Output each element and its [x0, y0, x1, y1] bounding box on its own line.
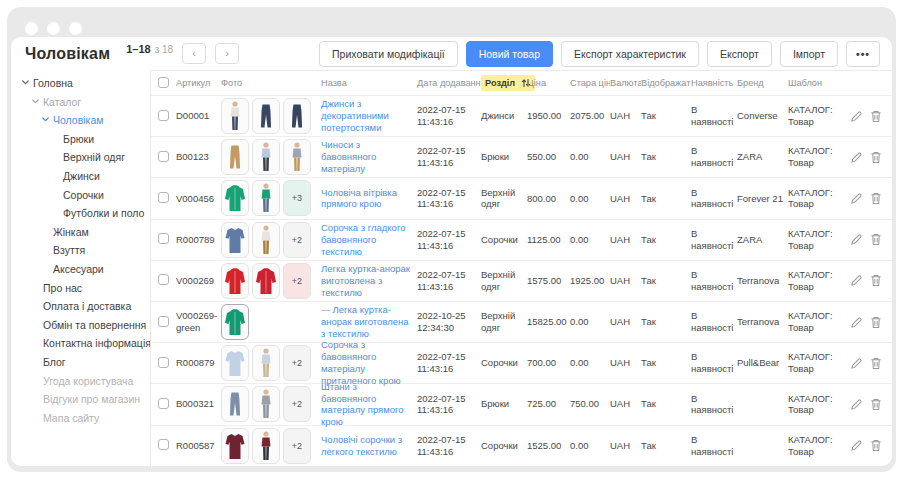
- product-photo[interactable]: [252, 98, 280, 134]
- row-checkbox[interactable]: [158, 398, 169, 409]
- delete-icon[interactable]: [870, 398, 882, 411]
- export-button[interactable]: Експорт: [707, 41, 772, 67]
- import-button[interactable]: Імпорт: [780, 41, 838, 67]
- product-photo[interactable]: [252, 222, 280, 258]
- column-header[interactable]: Фото: [221, 78, 321, 88]
- sidebar-item[interactable]: Оплата і доставка: [11, 297, 150, 316]
- row-checkbox[interactable]: [158, 233, 169, 244]
- more-photos-badge[interactable]: +2: [283, 263, 311, 299]
- column-header[interactable]: Відображати: [641, 78, 691, 88]
- edit-icon[interactable]: [850, 398, 863, 411]
- sidebar-item[interactable]: Про нас: [11, 279, 150, 298]
- delete-icon[interactable]: [870, 439, 882, 452]
- delete-icon[interactable]: [870, 357, 882, 370]
- sidebar-item[interactable]: Мапа сайту: [11, 409, 150, 428]
- product-photo[interactable]: [283, 139, 311, 175]
- edit-icon[interactable]: [850, 192, 863, 205]
- sidebar-item[interactable]: Обмін та повернення: [11, 316, 150, 335]
- product-name-link[interactable]: Сорочка з бавовняного матеріалу притален…: [321, 339, 401, 386]
- product-photo[interactable]: [221, 98, 249, 134]
- product-photo[interactable]: [252, 180, 280, 216]
- product-photo[interactable]: [252, 263, 280, 299]
- product-name-link[interactable]: Джинси з декоративними потертостями: [321, 98, 389, 133]
- edit-icon[interactable]: [850, 357, 863, 370]
- sidebar-item[interactable]: Сорочки: [11, 186, 150, 205]
- sidebar-item[interactable]: Футболки и поло: [11, 204, 150, 223]
- more-actions-button[interactable]: •••: [846, 41, 880, 67]
- sidebar-item[interactable]: Верхній одяг: [11, 148, 150, 167]
- sidebar-item[interactable]: Брюки: [11, 130, 150, 149]
- delete-icon[interactable]: [870, 274, 882, 287]
- more-photos-badge[interactable]: +2: [283, 428, 311, 464]
- product-name-link[interactable]: Чиноси з бавовняного матеріалу: [321, 139, 376, 174]
- new-product-button[interactable]: Новий товар: [466, 41, 553, 67]
- window-control-dot[interactable]: [25, 22, 38, 35]
- product-photo[interactable]: [221, 345, 249, 381]
- sidebar-item[interactable]: Жінкам: [11, 223, 150, 242]
- delete-icon[interactable]: [870, 316, 882, 329]
- edit-icon[interactable]: [850, 151, 863, 164]
- sidebar-item[interactable]: Контактна інформація: [11, 334, 150, 353]
- column-header[interactable]: Артикул: [176, 78, 221, 88]
- edit-icon[interactable]: [850, 110, 863, 123]
- row-checkbox[interactable]: [158, 192, 169, 203]
- product-photo[interactable]: [221, 428, 249, 464]
- product-name-link[interactable]: Чоловічі сорочки з легкого текстилю: [321, 434, 402, 457]
- column-header[interactable]: Дата додавання: [417, 78, 481, 88]
- product-photo[interactable]: [221, 139, 249, 175]
- product-photo[interactable]: [221, 222, 249, 258]
- product-photo[interactable]: [252, 139, 280, 175]
- product-photo[interactable]: [252, 428, 280, 464]
- sidebar-item[interactable]: Взуття: [11, 241, 150, 260]
- product-photo[interactable]: [252, 345, 280, 381]
- edit-icon[interactable]: [850, 316, 863, 329]
- product-photo[interactable]: [221, 180, 249, 216]
- sidebar-item[interactable]: Чоловікам: [11, 111, 150, 130]
- product-photo[interactable]: [221, 263, 249, 299]
- sidebar-item[interactable]: Каталог: [11, 93, 150, 112]
- delete-icon[interactable]: [870, 151, 882, 164]
- more-photos-badge[interactable]: +2: [283, 222, 311, 258]
- select-all-checkbox[interactable]: [158, 77, 169, 88]
- row-checkbox[interactable]: [158, 316, 169, 327]
- edit-icon[interactable]: [850, 439, 863, 452]
- column-header[interactable]: Шаблон: [788, 78, 846, 88]
- export-characteristics-button[interactable]: Експорт характеристик: [561, 41, 699, 67]
- sidebar-item[interactable]: Блог: [11, 353, 150, 372]
- product-photo[interactable]: [283, 98, 311, 134]
- product-name-link[interactable]: Штани з бавовняного матеріалу прямого кр…: [321, 381, 404, 428]
- column-header[interactable]: Бренд: [737, 78, 788, 88]
- product-name-link[interactable]: Легка куртка-анорак виготовлена з тексти…: [321, 263, 410, 298]
- product-photo[interactable]: [221, 304, 249, 340]
- sidebar-item[interactable]: Відгуки про магазин: [11, 390, 150, 409]
- next-page-button[interactable]: ›: [215, 43, 239, 64]
- delete-icon[interactable]: [870, 233, 882, 246]
- product-photo[interactable]: [252, 386, 280, 422]
- column-header[interactable]: Наявність: [691, 78, 737, 88]
- row-checkbox[interactable]: [158, 439, 169, 450]
- more-photos-badge[interactable]: +2: [283, 386, 311, 422]
- column-header[interactable]: Назва: [321, 78, 417, 88]
- product-photo[interactable]: [221, 386, 249, 422]
- edit-icon[interactable]: [850, 274, 863, 287]
- sidebar-item[interactable]: Головна: [11, 74, 150, 93]
- row-checkbox[interactable]: [158, 357, 169, 368]
- more-photos-badge[interactable]: +2: [283, 345, 311, 381]
- more-photos-badge[interactable]: +3: [283, 180, 311, 216]
- edit-icon[interactable]: [850, 233, 863, 246]
- column-header[interactable]: Валюта: [610, 78, 641, 88]
- hide-modifications-button[interactable]: Приховати модифікації: [319, 41, 458, 67]
- column-header[interactable]: Ціна: [527, 78, 570, 88]
- sidebar-item[interactable]: Аксесуари: [11, 260, 150, 279]
- delete-icon[interactable]: [870, 192, 882, 205]
- product-name-link[interactable]: Сорочка з гладкого бавовняного текстилю: [321, 222, 405, 257]
- prev-page-button[interactable]: ‹: [182, 43, 206, 64]
- sidebar-item[interactable]: Угода користувача: [11, 372, 150, 391]
- delete-icon[interactable]: [870, 110, 882, 123]
- column-header[interactable]: Стара ціна: [570, 78, 610, 88]
- row-checkbox[interactable]: [158, 274, 169, 285]
- window-control-dot[interactable]: [69, 22, 82, 35]
- sidebar-item[interactable]: Джинси: [11, 167, 150, 186]
- window-control-dot[interactable]: [47, 22, 60, 35]
- row-checkbox[interactable]: [158, 151, 169, 162]
